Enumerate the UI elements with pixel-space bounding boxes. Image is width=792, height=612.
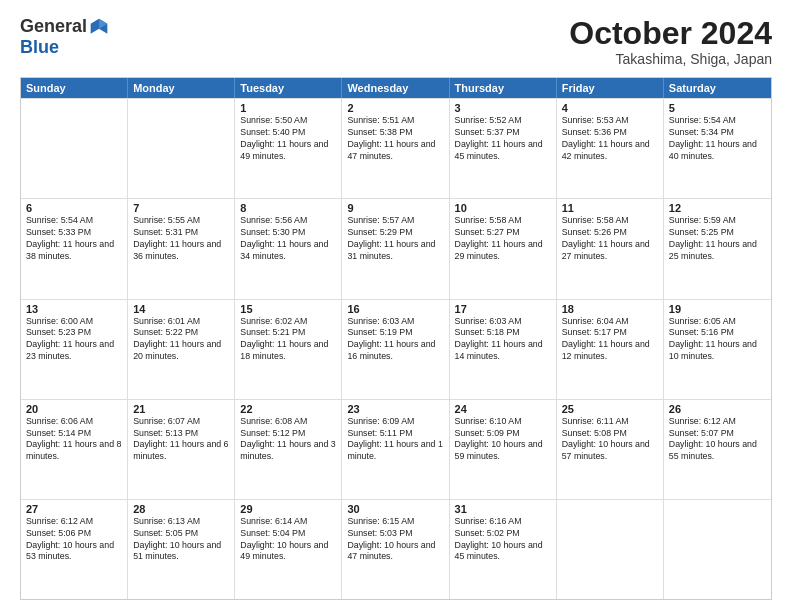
cell-2-1: 14Sunrise: 6:01 AM Sunset: 5:22 PM Dayli… bbox=[128, 300, 235, 399]
day-info: Sunrise: 6:15 AM Sunset: 5:03 PM Dayligh… bbox=[347, 516, 443, 564]
cell-1-1: 7Sunrise: 5:55 AM Sunset: 5:31 PM Daylig… bbox=[128, 199, 235, 298]
day-info: Sunrise: 5:51 AM Sunset: 5:38 PM Dayligh… bbox=[347, 115, 443, 163]
day-info: Sunrise: 6:03 AM Sunset: 5:19 PM Dayligh… bbox=[347, 316, 443, 364]
day-number: 30 bbox=[347, 503, 443, 515]
calendar-header: Sunday Monday Tuesday Wednesday Thursday… bbox=[21, 78, 771, 98]
cell-0-3: 2Sunrise: 5:51 AM Sunset: 5:38 PM Daylig… bbox=[342, 99, 449, 198]
header-sunday: Sunday bbox=[21, 78, 128, 98]
day-number: 12 bbox=[669, 202, 766, 214]
title-area: October 2024 Takashima, Shiga, Japan bbox=[569, 16, 772, 67]
cell-4-4: 31Sunrise: 6:16 AM Sunset: 5:02 PM Dayli… bbox=[450, 500, 557, 599]
day-info: Sunrise: 6:02 AM Sunset: 5:21 PM Dayligh… bbox=[240, 316, 336, 364]
cell-3-5: 25Sunrise: 6:11 AM Sunset: 5:08 PM Dayli… bbox=[557, 400, 664, 499]
header-monday: Monday bbox=[128, 78, 235, 98]
cell-4-1: 28Sunrise: 6:13 AM Sunset: 5:05 PM Dayli… bbox=[128, 500, 235, 599]
day-number: 24 bbox=[455, 403, 551, 415]
day-info: Sunrise: 6:06 AM Sunset: 5:14 PM Dayligh… bbox=[26, 416, 122, 464]
day-info: Sunrise: 5:52 AM Sunset: 5:37 PM Dayligh… bbox=[455, 115, 551, 163]
day-number: 19 bbox=[669, 303, 766, 315]
day-info: Sunrise: 6:16 AM Sunset: 5:02 PM Dayligh… bbox=[455, 516, 551, 564]
day-info: Sunrise: 6:08 AM Sunset: 5:12 PM Dayligh… bbox=[240, 416, 336, 464]
day-info: Sunrise: 6:09 AM Sunset: 5:11 PM Dayligh… bbox=[347, 416, 443, 464]
cell-4-3: 30Sunrise: 6:15 AM Sunset: 5:03 PM Dayli… bbox=[342, 500, 449, 599]
week-row-1: 1Sunrise: 5:50 AM Sunset: 5:40 PM Daylig… bbox=[21, 98, 771, 198]
day-number: 26 bbox=[669, 403, 766, 415]
calendar-body: 1Sunrise: 5:50 AM Sunset: 5:40 PM Daylig… bbox=[21, 98, 771, 599]
day-number: 1 bbox=[240, 102, 336, 114]
day-info: Sunrise: 5:50 AM Sunset: 5:40 PM Dayligh… bbox=[240, 115, 336, 163]
day-info: Sunrise: 6:14 AM Sunset: 5:04 PM Dayligh… bbox=[240, 516, 336, 564]
week-row-3: 13Sunrise: 6:00 AM Sunset: 5:23 PM Dayli… bbox=[21, 299, 771, 399]
day-info: Sunrise: 6:01 AM Sunset: 5:22 PM Dayligh… bbox=[133, 316, 229, 364]
day-number: 25 bbox=[562, 403, 658, 415]
day-number: 20 bbox=[26, 403, 122, 415]
day-info: Sunrise: 6:03 AM Sunset: 5:18 PM Dayligh… bbox=[455, 316, 551, 364]
cell-2-6: 19Sunrise: 6:05 AM Sunset: 5:16 PM Dayli… bbox=[664, 300, 771, 399]
day-number: 6 bbox=[26, 202, 122, 214]
day-info: Sunrise: 6:13 AM Sunset: 5:05 PM Dayligh… bbox=[133, 516, 229, 564]
day-info: Sunrise: 5:55 AM Sunset: 5:31 PM Dayligh… bbox=[133, 215, 229, 263]
cell-4-0: 27Sunrise: 6:12 AM Sunset: 5:06 PM Dayli… bbox=[21, 500, 128, 599]
day-info: Sunrise: 5:57 AM Sunset: 5:29 PM Dayligh… bbox=[347, 215, 443, 263]
day-number: 5 bbox=[669, 102, 766, 114]
day-number: 9 bbox=[347, 202, 443, 214]
cell-0-2: 1Sunrise: 5:50 AM Sunset: 5:40 PM Daylig… bbox=[235, 99, 342, 198]
header-saturday: Saturday bbox=[664, 78, 771, 98]
day-number: 28 bbox=[133, 503, 229, 515]
week-row-5: 27Sunrise: 6:12 AM Sunset: 5:06 PM Dayli… bbox=[21, 499, 771, 599]
logo: General Blue bbox=[20, 16, 109, 58]
cell-4-6 bbox=[664, 500, 771, 599]
cell-3-0: 20Sunrise: 6:06 AM Sunset: 5:14 PM Dayli… bbox=[21, 400, 128, 499]
cell-1-6: 12Sunrise: 5:59 AM Sunset: 5:25 PM Dayli… bbox=[664, 199, 771, 298]
day-number: 2 bbox=[347, 102, 443, 114]
day-number: 23 bbox=[347, 403, 443, 415]
header-wednesday: Wednesday bbox=[342, 78, 449, 98]
day-info: Sunrise: 6:07 AM Sunset: 5:13 PM Dayligh… bbox=[133, 416, 229, 464]
day-number: 11 bbox=[562, 202, 658, 214]
day-info: Sunrise: 6:04 AM Sunset: 5:17 PM Dayligh… bbox=[562, 316, 658, 364]
cell-1-0: 6Sunrise: 5:54 AM Sunset: 5:33 PM Daylig… bbox=[21, 199, 128, 298]
cell-3-1: 21Sunrise: 6:07 AM Sunset: 5:13 PM Dayli… bbox=[128, 400, 235, 499]
cell-0-6: 5Sunrise: 5:54 AM Sunset: 5:34 PM Daylig… bbox=[664, 99, 771, 198]
cell-2-5: 18Sunrise: 6:04 AM Sunset: 5:17 PM Dayli… bbox=[557, 300, 664, 399]
week-row-4: 20Sunrise: 6:06 AM Sunset: 5:14 PM Dayli… bbox=[21, 399, 771, 499]
day-number: 18 bbox=[562, 303, 658, 315]
day-number: 22 bbox=[240, 403, 336, 415]
day-number: 16 bbox=[347, 303, 443, 315]
cell-2-2: 15Sunrise: 6:02 AM Sunset: 5:21 PM Dayli… bbox=[235, 300, 342, 399]
logo-text: General bbox=[20, 16, 109, 37]
cell-3-3: 23Sunrise: 6:09 AM Sunset: 5:11 PM Dayli… bbox=[342, 400, 449, 499]
month-title: October 2024 bbox=[569, 16, 772, 51]
day-number: 14 bbox=[133, 303, 229, 315]
cell-3-4: 24Sunrise: 6:10 AM Sunset: 5:09 PM Dayli… bbox=[450, 400, 557, 499]
cell-2-0: 13Sunrise: 6:00 AM Sunset: 5:23 PM Dayli… bbox=[21, 300, 128, 399]
day-info: Sunrise: 5:54 AM Sunset: 5:34 PM Dayligh… bbox=[669, 115, 766, 163]
day-number: 13 bbox=[26, 303, 122, 315]
subtitle: Takashima, Shiga, Japan bbox=[569, 51, 772, 67]
day-info: Sunrise: 6:12 AM Sunset: 5:07 PM Dayligh… bbox=[669, 416, 766, 464]
day-info: Sunrise: 6:05 AM Sunset: 5:16 PM Dayligh… bbox=[669, 316, 766, 364]
day-info: Sunrise: 6:00 AM Sunset: 5:23 PM Dayligh… bbox=[26, 316, 122, 364]
calendar: Sunday Monday Tuesday Wednesday Thursday… bbox=[20, 77, 772, 600]
day-info: Sunrise: 5:56 AM Sunset: 5:30 PM Dayligh… bbox=[240, 215, 336, 263]
cell-2-3: 16Sunrise: 6:03 AM Sunset: 5:19 PM Dayli… bbox=[342, 300, 449, 399]
cell-4-2: 29Sunrise: 6:14 AM Sunset: 5:04 PM Dayli… bbox=[235, 500, 342, 599]
week-row-2: 6Sunrise: 5:54 AM Sunset: 5:33 PM Daylig… bbox=[21, 198, 771, 298]
cell-0-1 bbox=[128, 99, 235, 198]
day-info: Sunrise: 6:11 AM Sunset: 5:08 PM Dayligh… bbox=[562, 416, 658, 464]
day-number: 29 bbox=[240, 503, 336, 515]
day-number: 27 bbox=[26, 503, 122, 515]
logo-general: General bbox=[20, 16, 87, 37]
day-number: 31 bbox=[455, 503, 551, 515]
logo-blue: Blue bbox=[20, 37, 59, 58]
cell-0-0 bbox=[21, 99, 128, 198]
cell-1-3: 9Sunrise: 5:57 AM Sunset: 5:29 PM Daylig… bbox=[342, 199, 449, 298]
day-info: Sunrise: 5:59 AM Sunset: 5:25 PM Dayligh… bbox=[669, 215, 766, 263]
header-tuesday: Tuesday bbox=[235, 78, 342, 98]
cell-0-5: 4Sunrise: 5:53 AM Sunset: 5:36 PM Daylig… bbox=[557, 99, 664, 198]
day-number: 17 bbox=[455, 303, 551, 315]
header: General Blue October 2024 Takashima, Shi… bbox=[20, 16, 772, 67]
header-friday: Friday bbox=[557, 78, 664, 98]
header-thursday: Thursday bbox=[450, 78, 557, 98]
cell-0-4: 3Sunrise: 5:52 AM Sunset: 5:37 PM Daylig… bbox=[450, 99, 557, 198]
